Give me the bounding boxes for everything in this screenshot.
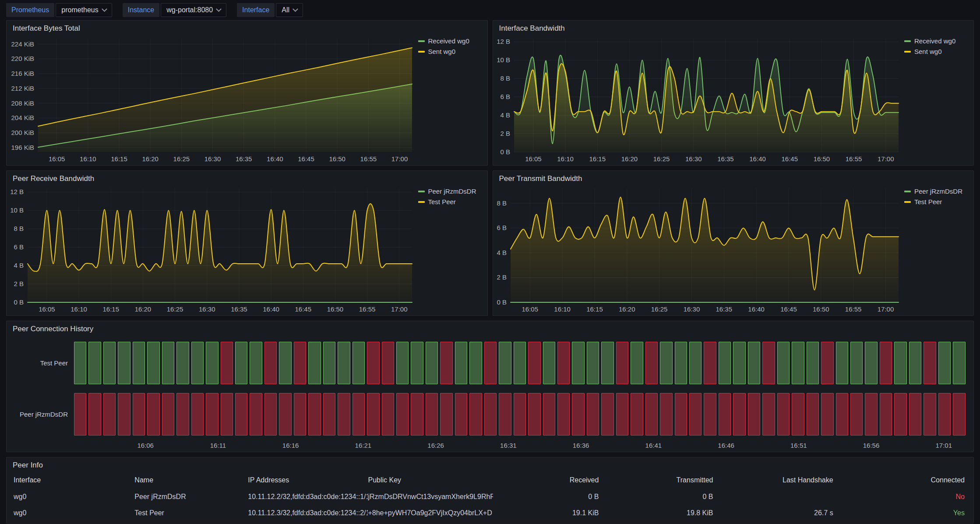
- chart-svg: 196 KiB200 KiB204 KiB208 KiB212 KiB216 K…: [7, 34, 418, 165]
- svg-text:16:30: 16:30: [683, 305, 700, 313]
- legend-item[interactable]: Test Peer: [904, 198, 969, 205]
- status-bar-disconnected: [821, 393, 833, 435]
- status-bar-disconnected: [367, 393, 379, 435]
- table-col-handshake[interactable]: Last Handshake: [715, 476, 835, 484]
- svg-text:16:40: 16:40: [267, 155, 283, 163]
- status-bar-connected: [426, 342, 438, 384]
- chart-interface-bandwidth[interactable]: 0 B2 B4 B6 B8 B10 B12 B16:0516:1016:1516…: [493, 34, 905, 165]
- svg-text:6 B: 6 B: [14, 243, 24, 251]
- status-bar-connected: [235, 342, 247, 384]
- status-x-axis: 16:0616:1116:1616:2116:2616:3116:3616:41…: [80, 439, 966, 450]
- status-bar-disconnected: [821, 342, 833, 384]
- status-bar-disconnected: [264, 393, 277, 435]
- svg-text:16:50: 16:50: [327, 305, 344, 313]
- legend-series-label: Test Peer: [914, 198, 942, 205]
- status-bar-connected: [88, 342, 101, 384]
- chart-interface-bytes-total[interactable]: 196 KiB200 KiB204 KiB208 KiB212 KiB216 K…: [7, 34, 418, 165]
- panel-peer-receive-bandwidth: Peer Receive Bandwidth 0 B2 B4 B6 B8 B10…: [6, 170, 488, 316]
- status-bar-disconnected: [924, 342, 936, 384]
- chart-peer-receive-bandwidth[interactable]: 0 B2 B4 B6 B8 B10 B12 B16:0516:1016:1516…: [7, 184, 418, 315]
- legend-item[interactable]: Sent wg0: [904, 48, 969, 55]
- status-x-tick: 16:26: [427, 442, 444, 449]
- table-col-pubkey[interactable]: Public Key: [368, 476, 493, 484]
- panel-title[interactable]: Peer Transmit Bandwidth: [493, 171, 974, 184]
- status-bar-disconnected: [762, 393, 775, 435]
- status-bar-track: [74, 393, 966, 435]
- status-bar-disconnected: [176, 393, 189, 435]
- panel-interface-bandwidth: Interface Bandwidth 0 B2 B4 B6 B8 B10 B1…: [493, 20, 974, 166]
- cell-interface: wg0: [14, 493, 134, 501]
- legend-item[interactable]: Test Peer: [418, 198, 483, 205]
- status-bar-disconnected: [206, 393, 218, 435]
- status-bar-disconnected: [557, 342, 570, 384]
- status-bar-disconnected: [704, 393, 716, 435]
- variable-select-interface[interactable]: All: [276, 3, 303, 17]
- panel-title[interactable]: Peer Connection History: [7, 321, 973, 334]
- panel-title[interactable]: Peer Receive Bandwidth: [7, 171, 487, 184]
- svg-text:16:10: 16:10: [557, 155, 574, 163]
- legend-item[interactable]: Received wg0: [418, 37, 483, 45]
- status-bar-disconnected: [836, 393, 848, 435]
- legend-item[interactable]: Received wg0: [904, 37, 969, 45]
- svg-text:16:05: 16:05: [39, 305, 55, 313]
- table-col-name[interactable]: Name: [134, 476, 248, 484]
- chart-svg: 0 B2 B4 B6 B8 B16:0516:1016:1516:2016:25…: [493, 184, 905, 315]
- status-bar-connected: [499, 342, 511, 384]
- status-bar-disconnected: [147, 393, 159, 435]
- cell-name: Test Peer: [134, 509, 248, 517]
- status-bar-disconnected: [616, 393, 628, 435]
- svg-text:16:30: 16:30: [204, 155, 221, 163]
- table-col-received[interactable]: Received: [493, 476, 601, 484]
- status-x-tick: 16:36: [573, 442, 589, 449]
- status-x-tick: 16:46: [718, 442, 734, 449]
- panel-title[interactable]: Interface Bytes Total: [7, 21, 487, 34]
- status-bar-disconnected: [484, 393, 497, 435]
- status-bar-disconnected: [264, 342, 277, 384]
- cell-interface: wg0: [14, 509, 134, 517]
- status-bar-disconnected: [528, 342, 540, 384]
- chart-svg: 0 B2 B4 B6 B8 B10 B12 B16:0516:1016:1516…: [493, 34, 905, 165]
- legend-item[interactable]: Peer jRzmDsDR: [418, 188, 483, 195]
- variable-select-prometheus[interactable]: prometheus: [56, 3, 112, 17]
- variable-select-instance[interactable]: wg-portal:8080: [161, 3, 226, 17]
- legend-series-label: Sent wg0: [428, 48, 456, 55]
- table-col-ips[interactable]: IP Addresses: [248, 476, 368, 484]
- svg-text:2 B: 2 B: [497, 273, 507, 281]
- chevron-down-icon: [102, 6, 107, 12]
- legend-item[interactable]: Peer jRzmDsDR: [904, 188, 969, 195]
- status-bar-disconnected: [308, 393, 321, 435]
- status-bar-connected: [850, 342, 863, 384]
- chart-peer-transmit-bandwidth[interactable]: 0 B2 B4 B6 B8 B16:0516:1016:1516:2016:25…: [493, 184, 905, 315]
- status-bar-connected: [748, 342, 760, 384]
- svg-text:16:05: 16:05: [525, 155, 542, 163]
- status-row-label: Peer jRzmDsDR: [13, 393, 74, 435]
- legend-series-label: Received wg0: [914, 37, 955, 45]
- status-bar-connected: [411, 342, 423, 384]
- legend-series-swatch: [904, 191, 911, 192]
- table-header-row: InterfaceNameIP AddressesPublic KeyRecei…: [14, 471, 966, 489]
- chevron-down-icon: [293, 6, 298, 12]
- cell-connected: Yes: [835, 509, 966, 517]
- legend-series-label: Sent wg0: [914, 48, 942, 55]
- svg-text:0 B: 0 B: [14, 298, 24, 306]
- status-bar-disconnected: [748, 393, 760, 435]
- legend-item[interactable]: Sent wg0: [418, 48, 483, 55]
- status-history[interactable]: Test PeerPeer jRzmDsDR 16:0616:1116:1616…: [7, 334, 973, 452]
- panel-peer-transmit-bandwidth: Peer Transmit Bandwidth 0 B2 B4 B6 B8 B1…: [493, 170, 974, 316]
- status-bar-connected: [323, 342, 335, 384]
- status-bar-disconnected: [250, 393, 262, 435]
- panel-title[interactable]: Peer Info: [7, 457, 973, 471]
- chart-svg: 0 B2 B4 B6 B8 B10 B12 B16:0516:1016:1516…: [7, 184, 418, 315]
- legend-series-swatch: [418, 51, 425, 53]
- table-col-connected[interactable]: Connected: [835, 476, 966, 484]
- table-col-transmitted[interactable]: Transmitted: [600, 476, 715, 484]
- status-bar-disconnected: [103, 393, 116, 435]
- status-bar-disconnected: [719, 393, 731, 435]
- status-bar-disconnected: [689, 393, 702, 435]
- status-bar-disconnected: [924, 393, 936, 435]
- table-col-interface[interactable]: Interface: [14, 476, 134, 484]
- status-bar-connected: [836, 342, 848, 384]
- legend-series-swatch: [904, 51, 911, 53]
- svg-text:16:40: 16:40: [748, 305, 765, 313]
- panel-title[interactable]: Interface Bandwidth: [493, 21, 974, 34]
